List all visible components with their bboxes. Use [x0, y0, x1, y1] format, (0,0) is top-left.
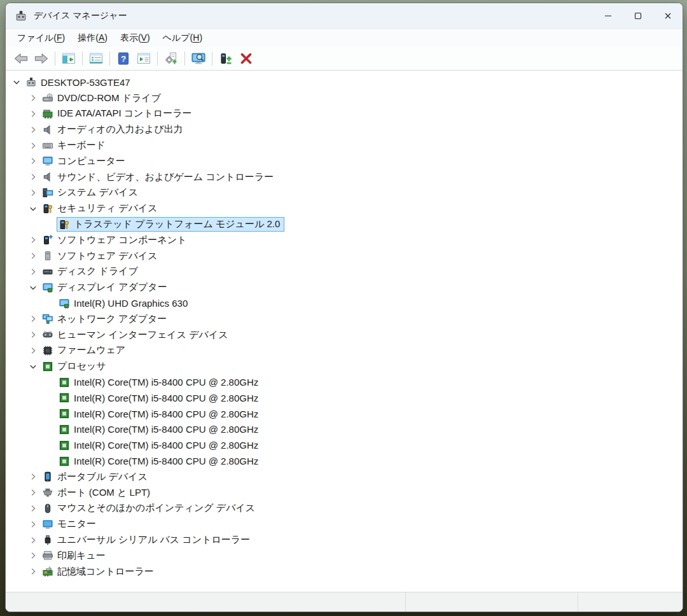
chevron-right-icon[interactable] [26, 486, 40, 500]
tree-item-label: ポート (COM と LPT) [57, 487, 150, 499]
chevron-right-icon[interactable] [26, 249, 40, 263]
tree-item[interactable]: ネットワーク アダプター [6, 311, 683, 327]
scan-hardware-changes-button[interactable] [162, 50, 181, 67]
tree-item-label: Intel(R) Core(TM) i5-8400 CPU @ 2.80GHz [74, 377, 258, 388]
tree-item-content: ソフトウェア デバイス [40, 249, 162, 263]
tree-item[interactable]: Intel(R) UHD Graphics 630 [6, 295, 683, 311]
tree-item-label: ユニバーサル シリアル バス コントローラー [57, 534, 250, 546]
tree-item-content: ポータブル デバイス [40, 470, 152, 484]
tree-item[interactable]: DVD/CD-ROM ドライブ [6, 90, 683, 106]
tree-item[interactable]: プロセッサ [6, 358, 683, 374]
chevron-right-icon[interactable] [26, 533, 40, 547]
tree-item[interactable]: オーディオの入力および出力 [6, 122, 683, 137]
toolbar-separator [157, 52, 158, 66]
tree-item[interactable]: ファームウェア [6, 343, 683, 359]
tree-item-content: サウンド、ビデオ、およびゲーム コントローラー [40, 170, 278, 185]
tree-item[interactable]: Intel(R) Core(TM) i5-8400 CPU @ 2.80GHz [6, 453, 683, 469]
tree-item[interactable]: Intel(R) Core(TM) i5-8400 CPU @ 2.80GHz [6, 406, 683, 422]
tree-item[interactable]: Intel(R) Core(TM) i5-8400 CPU @ 2.80GHz [6, 422, 683, 438]
tree-item[interactable]: ポータブル デバイス [6, 469, 683, 485]
tree-item-content: ソフトウェア コンポーネント [40, 233, 191, 248]
tree-item[interactable]: キーボード [6, 137, 683, 153]
tree-item-label: セキュリティ デバイス [57, 202, 158, 214]
chevron-down-icon[interactable] [10, 75, 24, 89]
tree-item[interactable]: ユニバーサル シリアル バス コントローラー [6, 532, 683, 548]
print-queue-icon [42, 550, 53, 561]
console-tree-toggle-button[interactable] [59, 50, 78, 67]
tree-item[interactable]: ポート (COM と LPT) [6, 485, 683, 501]
chevron-right-icon[interactable] [26, 139, 40, 153]
chevron-right-icon[interactable] [26, 233, 40, 247]
tree-item[interactable]: DESKTOP-53GTE47 [6, 74, 683, 90]
help-button[interactable]: ? [114, 50, 133, 67]
chevron-down-icon[interactable] [26, 202, 40, 216]
menu-view[interactable]: 表示(V) [114, 31, 156, 46]
tree-item[interactable]: トラステッド プラットフォーム モジュール 2.0 [6, 216, 683, 232]
tree-item[interactable]: モニター [6, 516, 683, 532]
chevron-right-icon[interactable] [26, 549, 40, 563]
chevron-right-icon[interactable] [26, 107, 40, 121]
tree-item[interactable]: IDE ATA/ATAPI コントローラー [6, 106, 683, 122]
menu-help[interactable]: ヘルプ(H) [156, 31, 209, 46]
menu-file[interactable]: ファイル(F) [11, 31, 71, 46]
chevron-right-icon[interactable] [26, 186, 40, 200]
security-device-icon [42, 203, 53, 214]
chevron-right-icon[interactable] [26, 564, 40, 578]
tree-item[interactable]: システム デバイス [6, 185, 683, 201]
tree-item[interactable]: Intel(R) Core(TM) i5-8400 CPU @ 2.80GHz [6, 374, 683, 390]
tree-item[interactable]: サウンド、ビデオ、およびゲーム コントローラー [6, 169, 683, 185]
chevron-right-icon[interactable] [26, 328, 40, 342]
chevron-right-icon[interactable] [26, 91, 40, 105]
tree-item[interactable]: ディスク ドライブ [6, 264, 683, 280]
update-driver-icon [218, 51, 233, 66]
tree-indent-spacer [43, 218, 57, 232]
update-driver-button[interactable] [216, 50, 235, 67]
tree-item[interactable]: ヒューマン インターフェイス デバイス [6, 327, 683, 343]
tree-item[interactable]: コンピューター [6, 153, 683, 169]
chevron-down-icon[interactable] [26, 281, 40, 295]
menubar: ファイル(F)操作(A)表示(V)ヘルプ(H) [6, 29, 683, 46]
tree-item[interactable]: ソフトウェア デバイス [6, 248, 683, 264]
hid-device-icon [42, 329, 53, 340]
tree-item[interactable]: セキュリティ デバイス [6, 200, 683, 216]
maximize-button[interactable] [623, 3, 653, 29]
tree-indent-spacer [43, 297, 57, 311]
back-button[interactable] [11, 50, 31, 67]
tree-item[interactable]: Intel(R) Core(TM) i5-8400 CPU @ 2.80GHz [6, 437, 683, 453]
minimize-button[interactable] [593, 3, 623, 29]
tree-item[interactable]: ディスプレイ アダプター [6, 279, 683, 295]
computer-search-button[interactable] [189, 50, 208, 67]
chevron-right-icon[interactable] [26, 154, 40, 168]
chevron-right-icon[interactable] [26, 517, 40, 531]
display-adapter-icon [42, 282, 53, 293]
chevron-right-icon[interactable] [26, 123, 40, 137]
tree-item[interactable]: 印刷キュー [6, 548, 683, 564]
chevron-right-icon[interactable] [26, 312, 40, 326]
action-pane-toggle-button[interactable] [134, 50, 153, 67]
tree-item[interactable]: 記憶域コントローラー [6, 564, 683, 580]
help-icon: ? [116, 51, 131, 66]
close-button[interactable] [653, 3, 683, 29]
chevron-right-icon[interactable] [26, 265, 40, 279]
tree-item-label: ポータブル デバイス [57, 471, 148, 483]
uninstall-device-button[interactable] [237, 50, 256, 67]
maximize-icon [633, 11, 643, 21]
properties-button[interactable] [87, 50, 106, 67]
tree-item[interactable]: マウスとそのほかのポインティング デバイス [6, 501, 683, 517]
tree-item-label: Intel(R) Core(TM) i5-8400 CPU @ 2.80GHz [74, 409, 258, 419]
chevron-right-icon[interactable] [26, 501, 40, 515]
tree-item[interactable]: ソフトウェア コンポーネント [6, 232, 683, 248]
tree-item-content: セキュリティ デバイス [40, 201, 162, 216]
menu-action[interactable]: 操作(A) [71, 31, 114, 46]
chevron-right-icon[interactable] [26, 344, 40, 358]
tree-indent-spacer [43, 407, 57, 421]
forward-button[interactable] [32, 50, 51, 67]
properties-icon [88, 51, 104, 66]
tree-item-label: マウスとそのほかのポインティング デバイス [57, 502, 255, 514]
chevron-down-icon[interactable] [26, 360, 40, 374]
tree-item-content: Intel(R) Core(TM) i5-8400 CPU @ 2.80GHz [57, 407, 263, 421]
chevron-right-icon[interactable] [26, 170, 40, 184]
chevron-right-icon[interactable] [26, 470, 40, 484]
back-arrow-icon [13, 51, 29, 66]
tree-item[interactable]: Intel(R) Core(TM) i5-8400 CPU @ 2.80GHz [6, 390, 683, 406]
